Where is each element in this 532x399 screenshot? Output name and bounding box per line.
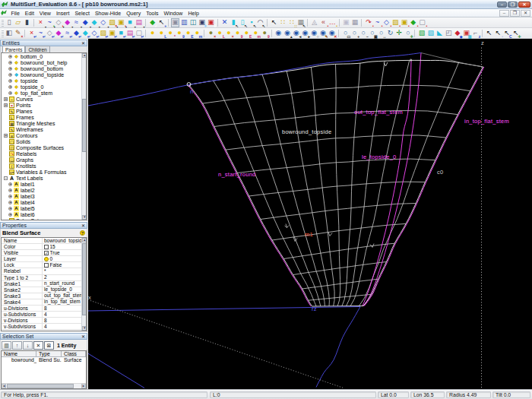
menu-item[interactable]: View [36, 10, 53, 17]
view-window3-button[interactable]: ◫ [188, 18, 197, 27]
property-row[interactable]: Snake2 le_topside_0 [2, 287, 81, 293]
expand-icon[interactable]: + [8, 188, 12, 192]
show-l-button[interactable]: ●L [157, 29, 166, 38]
properties-scrollbar[interactable]: ▲ ▼ [81, 238, 86, 331]
erase-button[interactable]: ✎× [14, 29, 22, 38]
expand-icon[interactable]: + [8, 91, 12, 95]
pointer-snap-button[interactable]: ↖◦ [494, 29, 502, 38]
column-header[interactable]: Type [36, 351, 62, 357]
clear-button[interactable]: ⊠ [44, 341, 54, 350]
save-button[interactable]: ▮ [23, 18, 31, 27]
tree-item[interactable]: ✎ Planes [2, 108, 81, 114]
view-notch-button[interactable]: ◰ [445, 29, 453, 38]
property-row[interactable]: Lock False [2, 262, 81, 268]
restore-button[interactable]: ❐ [508, 2, 518, 8]
view-window5-button[interactable]: ▣0 [207, 18, 215, 27]
tree-item[interactable]: + × Points [2, 102, 81, 108]
insert-curve-button[interactable]: ~• [45, 18, 53, 27]
eye-right-button[interactable]: ◉▸ [301, 29, 309, 38]
tree-item[interactable]: + ◆ bowround_bot_help [2, 59, 81, 65]
menu-item[interactable]: Query [124, 10, 144, 17]
hide-e-button[interactable]: ●E [242, 29, 251, 38]
scroll-right-icon[interactable]: ▶ [81, 384, 86, 388]
tree-item[interactable]: + A label6 [2, 211, 81, 217]
tree-item[interactable]: L Frames [2, 114, 81, 120]
insert-mesh2-button[interactable]: ▣• [117, 18, 125, 27]
edit-surf2-button[interactable]: ◇↵ [90, 29, 98, 38]
expand-icon[interactable]: + [8, 85, 12, 89]
insert-point2-button[interactable]: ◇• [54, 18, 62, 27]
property-row[interactable]: u-Divisions 8 [2, 306, 81, 312]
view-axes-button[interactable]: ⌐z [471, 29, 480, 38]
selection-close-icon[interactable]: ✕ [81, 334, 85, 339]
expand-icon[interactable]: + [8, 61, 12, 65]
selection-hscrollbar[interactable]: ◀ ▶ [2, 383, 86, 388]
expand-icon[interactable]: + [8, 207, 12, 211]
view-window2-button[interactable]: ▥ [180, 18, 188, 27]
property-row[interactable]: Snake4 in_top_flat_stem [2, 299, 81, 306]
edit-red-curve-button[interactable]: ↷• [364, 18, 372, 27]
hide-x-button[interactable]: ●× [224, 29, 233, 38]
edit-contour2-button[interactable]: ▤↵ [125, 29, 134, 38]
column-header[interactable]: Name [2, 351, 36, 357]
pointer-measure-button[interactable]: ↖✛ [511, 29, 520, 38]
dots-button[interactable]: …• [328, 18, 337, 27]
expand-icon[interactable]: + [4, 103, 8, 107]
zoom-out-button[interactable]: ○− [359, 29, 367, 38]
tree-item[interactable]: + ≋ Contours [2, 132, 81, 138]
zoom-fit-button[interactable]: ○✛ [404, 29, 412, 38]
property-row[interactable]: v-Subdivisions 4 [2, 324, 81, 330]
eye-button[interactable]: ◉ [274, 29, 282, 38]
expand-icon[interactable]: + [8, 55, 12, 59]
edit-solid2-button[interactable]: ■↵ [117, 29, 125, 38]
split-surface-button[interactable]: ◧ [5, 29, 13, 38]
pan-button[interactable]: ✛ [395, 29, 404, 38]
property-row[interactable]: u-Subdivisions 4 [2, 312, 81, 318]
expand-icon[interactable]: + [4, 134, 8, 138]
tree-item[interactable]: + ◆ bowround_bottom [2, 65, 81, 71]
tree-item[interactable]: + ~ Curves [2, 96, 81, 102]
menu-item[interactable]: Show-Hide [92, 10, 123, 17]
zoom-prev-button[interactable]: ○↔ [377, 29, 385, 38]
select-box-button[interactable]: ▯↖ [238, 18, 246, 27]
hide-l-button[interactable]: ●L [216, 29, 224, 38]
view-diamond-button[interactable]: ◆◆ [453, 29, 461, 38]
prev-arrows-button[interactable]: «• [319, 18, 328, 27]
mdi-close-button[interactable]: ✕ [521, 10, 530, 17]
entities-scrollbar[interactable]: ▲ ▼ [81, 53, 86, 220]
zoom-area-button[interactable]: ○▭ [341, 29, 350, 38]
selection-row[interactable]: bowround_... Blend Su... Surface [2, 357, 86, 363]
insert-solid-button[interactable]: ■ [125, 18, 134, 27]
tab[interactable]: Children [25, 46, 49, 52]
help-icon[interactable]: ? [80, 230, 85, 236]
deselect-button[interactable]: ✕ [220, 18, 229, 27]
property-row[interactable]: Layer 0 [2, 256, 81, 262]
menu-item[interactable]: Window [161, 10, 185, 17]
minimize-button[interactable]: – [497, 2, 507, 8]
edit-mesh-button[interactable]: ▨• [391, 18, 400, 27]
menu-item[interactable]: Tools [144, 10, 161, 17]
edit-surf-button[interactable]: ◆↵ [81, 29, 90, 38]
menu-item[interactable]: Insert [53, 10, 72, 17]
edit-snake-button[interactable]: ◇• [382, 18, 391, 27]
show-m-button[interactable]: ●m [193, 29, 201, 38]
hide-9-button[interactable]: ●9 [233, 29, 242, 38]
eye-edit-button[interactable]: ◉✎ [318, 29, 327, 38]
open-file-button[interactable]: ▱ [14, 18, 22, 27]
show-e-button[interactable]: ●E [184, 29, 192, 38]
tree-item[interactable]: ↷ Relabels [2, 150, 81, 157]
edit-poly-button[interactable]: ≈↵ [63, 29, 71, 38]
tree-item[interactable]: ▦ Triangle Meshes [2, 120, 81, 126]
eye-tri-button[interactable]: ◉▴ [283, 29, 291, 38]
close-button[interactable]: ✕ [518, 2, 530, 8]
menu-item[interactable]: Edit [22, 10, 36, 17]
tree-item[interactable]: { Knotlists [2, 163, 81, 169]
tree-item[interactable]: + A label3 [2, 193, 81, 199]
grid-snap2-button[interactable]: ∷∷ [287, 18, 296, 27]
pointer-add-button[interactable]: ↖+ [157, 18, 166, 27]
show-9-button[interactable]: ●9 [175, 29, 183, 38]
grid-snap-button[interactable]: ∷ [279, 18, 287, 27]
show-q-button[interactable]: ●* [166, 29, 175, 38]
expand-icon[interactable]: + [8, 79, 12, 83]
expand-icon[interactable]: - [4, 176, 8, 180]
